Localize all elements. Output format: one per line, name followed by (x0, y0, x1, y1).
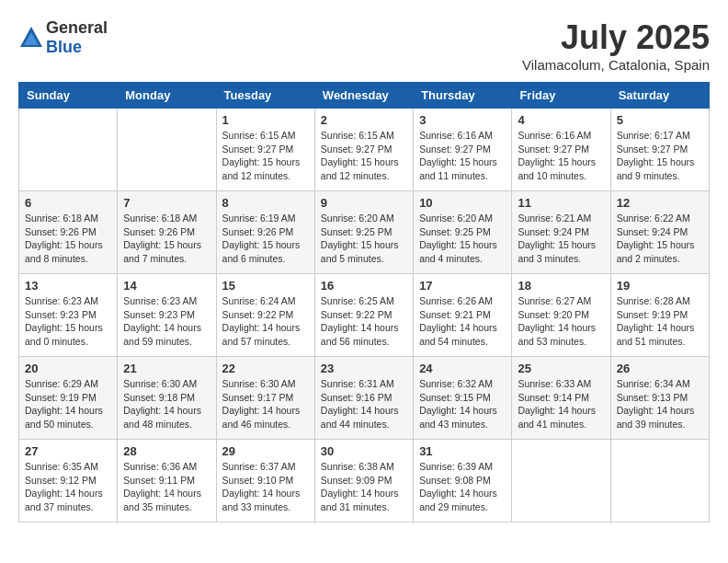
day-info: Sunrise: 6:31 AMSunset: 9:16 PMDaylight:… (321, 377, 407, 431)
day-number: 29 (222, 444, 309, 458)
day-info: Sunrise: 6:15 AMSunset: 9:27 PMDaylight:… (222, 129, 309, 183)
location-subtitle: Vilamacolum, Catalonia, Spain (522, 57, 710, 73)
day-number: 30 (321, 444, 407, 458)
day-number: 3 (419, 113, 506, 127)
day-info: Sunrise: 6:16 AMSunset: 9:27 PMDaylight:… (518, 129, 604, 183)
calendar-cell: 12Sunrise: 6:22 AMSunset: 9:24 PMDayligh… (610, 191, 709, 274)
day-info: Sunrise: 6:24 AMSunset: 9:22 PMDaylight:… (222, 294, 309, 349)
day-number: 17 (419, 279, 506, 293)
calendar-cell: 30Sunrise: 6:38 AMSunset: 9:09 PMDayligh… (314, 440, 413, 523)
calendar-table: SundayMondayTuesdayWednesdayThursdayFrid… (18, 82, 710, 523)
month-year-title: July 2025 (522, 18, 710, 57)
day-number: 8 (222, 196, 309, 210)
day-info: Sunrise: 6:20 AMSunset: 9:25 PMDaylight:… (321, 212, 407, 266)
calendar-cell: 2Sunrise: 6:15 AMSunset: 9:27 PMDaylight… (314, 109, 413, 191)
title-area: July 2025 Vilamacolum, Catalonia, Spain (522, 18, 710, 73)
calendar-cell: 25Sunrise: 6:33 AMSunset: 9:14 PMDayligh… (512, 357, 610, 440)
calendar-cell: 5Sunrise: 6:17 AMSunset: 9:27 PMDaylight… (610, 109, 709, 191)
day-info: Sunrise: 6:28 AMSunset: 9:19 PMDaylight:… (617, 294, 703, 349)
day-number: 12 (617, 196, 703, 210)
day-info: Sunrise: 6:36 AMSunset: 9:11 PMDaylight:… (123, 460, 210, 514)
day-info: Sunrise: 6:19 AMSunset: 9:26 PMDaylight:… (222, 212, 309, 266)
day-info: Sunrise: 6:30 AMSunset: 9:17 PMDaylight:… (222, 377, 309, 431)
calendar-cell (118, 109, 216, 191)
calendar-cell (512, 440, 610, 523)
day-info: Sunrise: 6:15 AMSunset: 9:27 PMDaylight:… (321, 129, 407, 183)
day-number: 1 (222, 113, 309, 127)
day-number: 15 (222, 279, 309, 293)
day-number: 6 (25, 196, 111, 210)
calendar-cell: 23Sunrise: 6:31 AMSunset: 9:16 PMDayligh… (314, 357, 413, 440)
day-info: Sunrise: 6:35 AMSunset: 9:12 PMDaylight:… (25, 460, 111, 514)
day-number: 27 (25, 444, 111, 458)
logo-icon (18, 25, 44, 51)
calendar-cell (19, 109, 118, 191)
day-number: 28 (123, 444, 210, 458)
calendar-cell: 3Sunrise: 6:16 AMSunset: 9:27 PMDaylight… (414, 109, 512, 191)
calendar-week-4: 20Sunrise: 6:29 AMSunset: 9:19 PMDayligh… (19, 357, 710, 440)
day-number: 18 (518, 279, 604, 293)
day-number: 23 (321, 362, 407, 375)
day-info: Sunrise: 6:29 AMSunset: 9:19 PMDaylight:… (25, 377, 111, 431)
weekday-header-friday: Friday (512, 83, 610, 109)
calendar-cell: 24Sunrise: 6:32 AMSunset: 9:15 PMDayligh… (414, 357, 512, 440)
calendar-cell: 21Sunrise: 6:30 AMSunset: 9:18 PMDayligh… (118, 357, 216, 440)
calendar-cell: 10Sunrise: 6:20 AMSunset: 9:25 PMDayligh… (414, 191, 512, 274)
logo-blue-text: Blue (46, 38, 82, 56)
day-number: 4 (518, 113, 604, 127)
day-number: 26 (617, 362, 703, 375)
calendar-cell: 26Sunrise: 6:34 AMSunset: 9:13 PMDayligh… (610, 357, 709, 440)
day-info: Sunrise: 6:33 AMSunset: 9:14 PMDaylight:… (518, 377, 604, 431)
day-number: 10 (419, 196, 506, 210)
day-info: Sunrise: 6:26 AMSunset: 9:21 PMDaylight:… (419, 294, 506, 349)
logo-general-text: General (46, 18, 108, 37)
day-info: Sunrise: 6:30 AMSunset: 9:18 PMDaylight:… (123, 377, 210, 431)
calendar-cell: 14Sunrise: 6:23 AMSunset: 9:23 PMDayligh… (118, 274, 216, 357)
calendar-cell: 4Sunrise: 6:16 AMSunset: 9:27 PMDaylight… (512, 109, 610, 191)
calendar-cell: 29Sunrise: 6:37 AMSunset: 9:10 PMDayligh… (216, 440, 314, 523)
day-number: 24 (419, 362, 506, 375)
day-info: Sunrise: 6:23 AMSunset: 9:23 PMDaylight:… (25, 294, 111, 349)
calendar-cell: 27Sunrise: 6:35 AMSunset: 9:12 PMDayligh… (19, 440, 118, 523)
day-number: 11 (518, 196, 604, 210)
day-info: Sunrise: 6:18 AMSunset: 9:26 PMDaylight:… (123, 212, 210, 266)
day-number: 9 (321, 196, 407, 210)
day-info: Sunrise: 6:27 AMSunset: 9:20 PMDaylight:… (518, 294, 604, 349)
day-info: Sunrise: 6:37 AMSunset: 9:10 PMDaylight:… (222, 460, 309, 514)
day-info: Sunrise: 6:22 AMSunset: 9:24 PMDaylight:… (617, 212, 703, 266)
calendar-cell: 9Sunrise: 6:20 AMSunset: 9:25 PMDaylight… (314, 191, 413, 274)
calendar-cell: 19Sunrise: 6:28 AMSunset: 9:19 PMDayligh… (610, 274, 709, 357)
calendar-cell: 17Sunrise: 6:26 AMSunset: 9:21 PMDayligh… (414, 274, 512, 357)
day-info: Sunrise: 6:20 AMSunset: 9:25 PMDaylight:… (419, 212, 506, 266)
day-number: 19 (617, 279, 703, 293)
calendar-cell: 15Sunrise: 6:24 AMSunset: 9:22 PMDayligh… (216, 274, 314, 357)
weekday-header-thursday: Thursday (414, 83, 512, 109)
calendar-week-3: 13Sunrise: 6:23 AMSunset: 9:23 PMDayligh… (19, 274, 710, 357)
weekday-header-monday: Monday (118, 83, 216, 109)
day-info: Sunrise: 6:18 AMSunset: 9:26 PMDaylight:… (25, 212, 111, 266)
day-number: 7 (123, 196, 210, 210)
day-info: Sunrise: 6:38 AMSunset: 9:09 PMDaylight:… (321, 460, 407, 514)
day-number: 25 (518, 362, 604, 375)
day-number: 31 (419, 444, 506, 458)
day-info: Sunrise: 6:25 AMSunset: 9:22 PMDaylight:… (321, 294, 407, 349)
calendar-cell: 11Sunrise: 6:21 AMSunset: 9:24 PMDayligh… (512, 191, 610, 274)
calendar-week-5: 27Sunrise: 6:35 AMSunset: 9:12 PMDayligh… (19, 440, 710, 523)
calendar-cell: 16Sunrise: 6:25 AMSunset: 9:22 PMDayligh… (314, 274, 413, 357)
day-info: Sunrise: 6:17 AMSunset: 9:27 PMDaylight:… (617, 129, 703, 183)
calendar-cell: 20Sunrise: 6:29 AMSunset: 9:19 PMDayligh… (19, 357, 118, 440)
weekday-header-wednesday: Wednesday (314, 83, 413, 109)
day-info: Sunrise: 6:32 AMSunset: 9:15 PMDaylight:… (419, 377, 506, 431)
calendar-cell: 1Sunrise: 6:15 AMSunset: 9:27 PMDaylight… (216, 109, 314, 191)
day-number: 13 (25, 279, 111, 293)
day-number: 2 (321, 113, 407, 127)
day-info: Sunrise: 6:16 AMSunset: 9:27 PMDaylight:… (419, 129, 506, 183)
calendar-body: 1Sunrise: 6:15 AMSunset: 9:27 PMDaylight… (19, 109, 710, 523)
calendar-cell: 18Sunrise: 6:27 AMSunset: 9:20 PMDayligh… (512, 274, 610, 357)
weekday-header-row: SundayMondayTuesdayWednesdayThursdayFrid… (19, 83, 710, 109)
calendar-cell (610, 440, 709, 523)
calendar-cell: 28Sunrise: 6:36 AMSunset: 9:11 PMDayligh… (118, 440, 216, 523)
calendar-cell: 6Sunrise: 6:18 AMSunset: 9:26 PMDaylight… (19, 191, 118, 274)
weekday-header-sunday: Sunday (19, 83, 118, 109)
day-number: 14 (123, 279, 210, 293)
